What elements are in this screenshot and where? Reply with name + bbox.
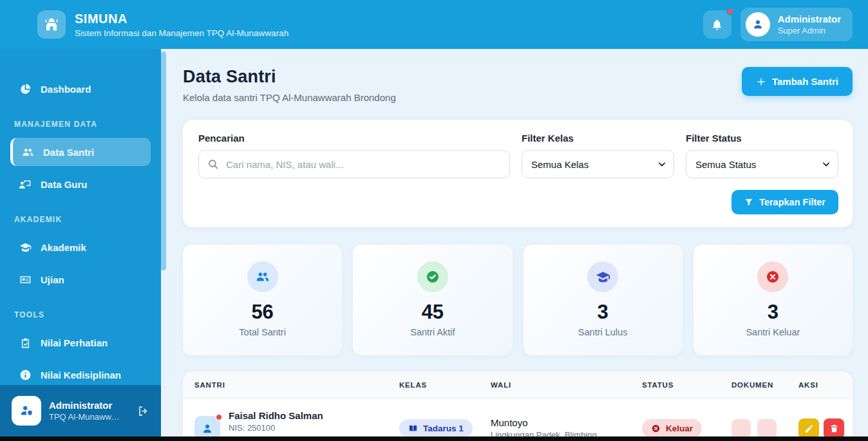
page-title: Data Santri bbox=[183, 67, 396, 87]
stat-value: 3 bbox=[530, 301, 676, 324]
stat-card-santri-aktif: 45 Santri Aktif bbox=[353, 245, 512, 355]
sidebar-item-akademik[interactable]: Akademik bbox=[10, 233, 151, 261]
edit-button[interactable] bbox=[798, 418, 819, 439]
status-badge: Keluar bbox=[642, 419, 702, 438]
sidebar: Dashboard MANAJEMEN DATA Data Santri Dat… bbox=[0, 49, 161, 441]
app-title: SIMUNA bbox=[75, 12, 288, 26]
stat-value: 45 bbox=[359, 301, 505, 324]
col-dokumen: DOKUMEN bbox=[731, 371, 798, 399]
apply-filter-button[interactable]: Terapkan Filter bbox=[731, 190, 838, 214]
col-wali: WALI bbox=[491, 371, 642, 399]
plus-icon bbox=[756, 77, 766, 87]
logout-icon bbox=[137, 405, 149, 417]
user-shield-icon bbox=[19, 404, 33, 418]
stats-row: 56 Total Santri 45 Santri Aktif 3 Santri… bbox=[183, 245, 853, 355]
users-icon bbox=[22, 146, 34, 158]
mosque-logo-icon bbox=[37, 10, 66, 39]
sidebar-section-akademik: AKADEMIK bbox=[14, 215, 151, 224]
users-icon bbox=[247, 261, 278, 292]
col-santri: SANTRI bbox=[183, 371, 399, 399]
sidebar-item-dashboard[interactable]: Dashboard bbox=[10, 75, 151, 103]
screen-bottom-strip bbox=[0, 436, 868, 441]
add-santri-button[interactable]: Tambah Santri bbox=[742, 67, 853, 96]
search-label: Pencarian bbox=[198, 133, 510, 144]
notification-button[interactable] bbox=[703, 10, 731, 39]
person-icon bbox=[751, 18, 764, 31]
x-circle-icon bbox=[757, 261, 788, 292]
admin-name: Administrator bbox=[49, 400, 123, 411]
graduation-cap-icon bbox=[19, 241, 32, 254]
document-box[interactable] bbox=[731, 419, 751, 438]
status-indicator-dot bbox=[216, 414, 222, 420]
table-header-row: SANTRI KELAS WALI STATUS DOKUMEN AKSI bbox=[183, 371, 853, 399]
sidebar-item-data-guru[interactable]: Data Guru bbox=[10, 170, 151, 198]
app-brand: SIMUNA Sistem Informasi dan Manajemen TP… bbox=[37, 10, 288, 39]
santri-table: SANTRI KELAS WALI STATUS DOKUMEN AKSI bbox=[183, 371, 853, 441]
sidebar-item-data-santri[interactable]: Data Santri bbox=[10, 138, 151, 166]
sidebar-section-tools: TOOLS bbox=[14, 310, 151, 319]
user-role: Super Admin bbox=[778, 26, 841, 35]
check-circle-icon bbox=[417, 261, 448, 292]
sidebar-user-footer: Administrator TPQ Al-Munawwar… bbox=[0, 385, 161, 436]
user-profile-menu[interactable]: Administrator Super Admin bbox=[741, 8, 853, 41]
kelas-select[interactable]: Semua Kelas bbox=[522, 150, 674, 178]
stat-value: 3 bbox=[700, 301, 846, 324]
filter-funnel-icon bbox=[744, 198, 753, 207]
stat-label: Santri Aktif bbox=[359, 327, 505, 337]
info-circle-icon bbox=[19, 369, 32, 381]
stat-card-santri-lulus: 3 Santri Lulus bbox=[524, 245, 683, 355]
stat-card-total-santri: 56 Total Santri bbox=[183, 245, 342, 355]
stat-card-santri-keluar: 3 Santri Keluar bbox=[693, 245, 853, 355]
delete-button[interactable] bbox=[824, 418, 844, 439]
notification-dot bbox=[726, 8, 734, 15]
search-input[interactable] bbox=[198, 150, 510, 178]
graduation-cap-icon bbox=[587, 261, 618, 292]
table-row: Faisal Ridho Salman NIS: 250100 Lihat de… bbox=[183, 399, 853, 441]
trash-icon bbox=[829, 424, 839, 433]
santri-name: Faisal Ridho Salman bbox=[229, 410, 323, 421]
bell-icon bbox=[711, 19, 723, 31]
clipboard-check-icon bbox=[19, 337, 32, 349]
santri-nis: NIS: 250100 bbox=[229, 423, 323, 433]
x-circle-icon bbox=[651, 424, 661, 433]
col-aksi: AKSI bbox=[798, 371, 853, 399]
col-status: STATUS bbox=[642, 371, 731, 399]
sidebar-scrollbar[interactable] bbox=[161, 52, 166, 270]
main-content: Data Santri Kelola data santri TPQ Al-Mu… bbox=[167, 49, 868, 441]
status-select[interactable]: Semua Status bbox=[686, 150, 838, 178]
sidebar-section-manajemen-data: MANAJEMEN DATA bbox=[14, 120, 151, 129]
admin-org: TPQ Al-Munawwar… bbox=[49, 412, 123, 422]
sidebar-item-ujian[interactable]: Ujian bbox=[10, 265, 151, 294]
wali-name: Muntoyo bbox=[491, 417, 637, 428]
person-icon bbox=[201, 422, 214, 435]
app-subtitle: Sistem Informasi dan Manajemen TPQ Al-Mu… bbox=[75, 28, 288, 38]
logout-button[interactable] bbox=[137, 405, 149, 417]
document-indicators bbox=[731, 419, 793, 438]
kelas-badge: Tadarus 1 bbox=[399, 419, 473, 438]
chalkboard-user-icon bbox=[19, 178, 32, 191]
page-subtitle: Kelola data santri TPQ Al-Munawwarah Bro… bbox=[183, 92, 396, 103]
user-name: Administrator bbox=[778, 14, 841, 24]
filter-status-label: Filter Status bbox=[686, 133, 838, 144]
stat-value: 56 bbox=[189, 301, 335, 324]
id-card-icon bbox=[19, 274, 32, 286]
stat-label: Total Santri bbox=[189, 327, 335, 337]
sidebar-item-nilai-perhatian[interactable]: Nilai Perhatian bbox=[10, 328, 151, 357]
col-kelas: KELAS bbox=[399, 371, 491, 399]
admin-avatar bbox=[12, 396, 41, 426]
document-box[interactable] bbox=[757, 419, 777, 438]
filter-kelas-label: Filter Kelas bbox=[522, 133, 674, 144]
user-avatar bbox=[746, 12, 770, 37]
top-header: SIMUNA Sistem Informasi dan Manajemen TP… bbox=[0, 0, 868, 49]
filter-panel: Pencarian Filter Kelas Semua Kelas bbox=[183, 120, 853, 227]
stat-label: Santri Keluar bbox=[700, 327, 846, 337]
stat-label: Santri Lulus bbox=[530, 327, 676, 337]
book-icon bbox=[408, 424, 418, 433]
pie-chart-icon bbox=[19, 83, 32, 95]
edit-pencil-icon bbox=[804, 424, 814, 433]
